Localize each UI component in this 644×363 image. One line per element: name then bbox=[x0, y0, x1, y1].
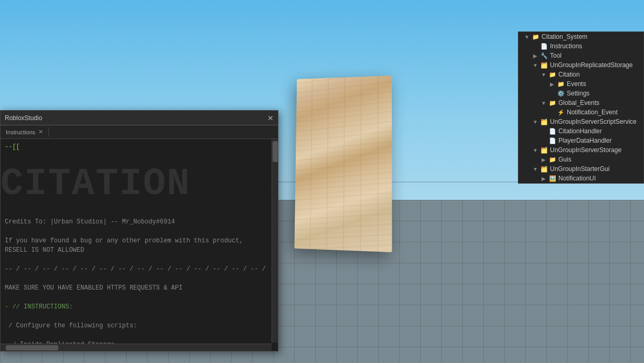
code-line bbox=[5, 161, 274, 170]
code-line bbox=[5, 312, 274, 321]
scrollbar-thumb[interactable] bbox=[273, 141, 278, 162]
code-line: If you have found a bug or any other pro… bbox=[5, 236, 274, 245]
code-line bbox=[5, 152, 274, 161]
code-line bbox=[5, 170, 274, 179]
arrow-icon bbox=[539, 129, 548, 134]
item-label: Citation bbox=[557, 70, 643, 79]
item-label: Guis bbox=[557, 155, 643, 164]
arrow-icon: ▶ bbox=[539, 157, 548, 163]
folder-icon: 📁 bbox=[548, 99, 557, 107]
code-line: / Configure the following scripts: bbox=[5, 321, 274, 330]
item-label: Instructions bbox=[549, 42, 643, 50]
event-icon: ⚡ bbox=[556, 108, 566, 116]
item-label: Settings bbox=[566, 89, 643, 98]
arrow-icon: ▼ bbox=[539, 72, 548, 78]
folder-group-icon: 🗂️ bbox=[539, 118, 549, 126]
arrow-icon: ▼ bbox=[531, 166, 539, 172]
explorer-item-unreplicated-storage[interactable]: ▼ 🗂️ UnGroupInReplicatedStorage bbox=[518, 60, 643, 70]
item-label: PlayerDataHandler bbox=[557, 136, 643, 145]
arrow-icon bbox=[548, 91, 556, 97]
code-window-title: RobloxStudio bbox=[5, 114, 42, 122]
explorer-item-citation-handler[interactable]: 📄 CitationHandler bbox=[518, 126, 643, 136]
code-line: RESELL IS NOT ALLOWED bbox=[5, 245, 274, 255]
explorer-item-guis[interactable]: ▶ 📁 Guis bbox=[518, 155, 643, 164]
code-line bbox=[5, 189, 274, 198]
folder-icon: 📁 bbox=[556, 80, 566, 88]
module-icon: ⚙️ bbox=[556, 89, 566, 98]
tool-icon: 🔧 bbox=[539, 51, 549, 60]
code-line: --[[ bbox=[5, 142, 274, 152]
arrow-icon: ▶ bbox=[539, 176, 548, 181]
arrow-icon: ▼ bbox=[531, 62, 539, 68]
arrow-icon bbox=[539, 138, 548, 144]
explorer-item-ungroup-serverstorage[interactable]: ▼ 🗂️ UnGroupInServerStorage bbox=[518, 145, 643, 155]
arrow-icon: ▶ bbox=[531, 53, 539, 59]
item-label: Global_Events bbox=[557, 99, 643, 107]
folder-group-icon: 🗂️ bbox=[539, 146, 549, 154]
code-line bbox=[5, 330, 274, 340]
code-window-titlebar: RobloxStudio ✕ bbox=[1, 111, 278, 125]
explorer-item-tool[interactable]: ▶ 🔧 Tool bbox=[518, 51, 643, 60]
explorer-item-events[interactable]: ▶ 📁 Events bbox=[518, 79, 643, 89]
item-label: CitationHandler bbox=[557, 127, 643, 135]
code-line bbox=[5, 208, 274, 217]
arrow-icon: ▼ bbox=[523, 34, 531, 40]
explorer-item-citation-system[interactable]: ▼ 📁 Citation_System bbox=[518, 32, 643, 41]
item-label: UnGroupInServerStorage bbox=[549, 146, 643, 154]
citation-board-3d bbox=[294, 76, 392, 252]
script-icon: 📄 bbox=[539, 42, 549, 50]
script-icon: 📄 bbox=[548, 127, 557, 135]
gui-icon: 🖼️ bbox=[548, 174, 557, 183]
tab-label: Instructions bbox=[6, 129, 35, 135]
explorer-panel: ▼ 📁 Citation_System 📄 Instructions ▶ 🔧 T… bbox=[518, 31, 644, 184]
close-button[interactable]: ✕ bbox=[267, 114, 274, 122]
folder-icon: 📁 bbox=[548, 155, 557, 164]
code-line bbox=[5, 293, 274, 302]
code-tabs-bar: Instructions ✕ bbox=[1, 125, 278, 139]
item-label: UnGroupInServerScriptService bbox=[549, 118, 643, 126]
folder-group-icon: 🗂️ bbox=[539, 61, 549, 69]
arrow-icon bbox=[531, 44, 539, 49]
explorer-item-citation[interactable]: ▼ 📁 Citation bbox=[518, 70, 643, 79]
instructions-tab[interactable]: Instructions ✕ bbox=[1, 127, 49, 137]
item-label: NotificationUI bbox=[557, 174, 643, 183]
arrow-icon: ▼ bbox=[531, 119, 539, 125]
item-label: Tool bbox=[549, 51, 643, 60]
folder-icon: 📁 bbox=[531, 33, 541, 41]
arrow-icon: ▼ bbox=[539, 100, 548, 106]
h-scrollbar-thumb[interactable] bbox=[6, 345, 58, 350]
code-line: MAKE SURE YOU HAVE ENABLED HTTPS REQUEST… bbox=[5, 283, 274, 293]
code-line: - // INSTRUCTIONS: bbox=[5, 302, 274, 312]
code-line bbox=[5, 274, 274, 283]
code-line: -- / -- / -- / -- / -- / -- / -- / -- / … bbox=[5, 264, 274, 274]
code-line: Credits To: |Urban Studios| -- Mr_Nobody… bbox=[5, 217, 274, 227]
folder-icon: 📁 bbox=[548, 70, 557, 79]
vertical-scrollbar[interactable] bbox=[272, 139, 278, 343]
item-label: Citation_System bbox=[541, 33, 643, 41]
explorer-item-notification-event[interactable]: ⚡ Notification_Event bbox=[518, 108, 643, 117]
item-label: UnGroupInReplicatedStorage bbox=[549, 61, 643, 69]
tab-close-button[interactable]: ✕ bbox=[38, 129, 43, 135]
script-icon: 📄 bbox=[548, 136, 557, 145]
item-label: Notification_Event bbox=[566, 108, 643, 116]
code-line bbox=[5, 255, 274, 264]
explorer-item-global-events[interactable]: ▼ 📁 Global_Events bbox=[518, 98, 643, 108]
code-line bbox=[5, 198, 274, 208]
code-editor-window: RobloxStudio ✕ Instructions ✕ CITATION -… bbox=[0, 110, 278, 351]
code-line bbox=[5, 179, 274, 189]
explorer-item-instructions[interactable]: 📄 Instructions bbox=[518, 41, 643, 51]
explorer-item-playerdata-handler[interactable]: 📄 PlayerDataHandler bbox=[518, 136, 643, 145]
explorer-item-ungroup-serverscript[interactable]: ▼ 🗂️ UnGroupInServerScriptService bbox=[518, 117, 643, 126]
item-label: UnGroupInStarterGui bbox=[549, 165, 643, 173]
arrow-icon: ▼ bbox=[531, 147, 539, 153]
arrow-icon bbox=[548, 110, 556, 115]
folder-group-icon: 🗂️ bbox=[539, 165, 549, 173]
explorer-item-settings[interactable]: ⚙️ Settings bbox=[518, 89, 643, 98]
arrow-icon: ▶ bbox=[548, 81, 556, 87]
explorer-item-notification-ui[interactable]: ▶ 🖼️ NotificationUI bbox=[518, 174, 643, 183]
explorer-item-ungroup-startergui[interactable]: ▼ 🗂️ UnGroupInStarterGui bbox=[518, 164, 643, 174]
item-label: Events bbox=[566, 80, 643, 88]
horizontal-scrollbar[interactable] bbox=[1, 344, 272, 351]
code-line bbox=[5, 227, 274, 236]
code-content-area[interactable]: --[[ Credits To: |Urban Studios| -- Mr_N… bbox=[1, 139, 278, 351]
